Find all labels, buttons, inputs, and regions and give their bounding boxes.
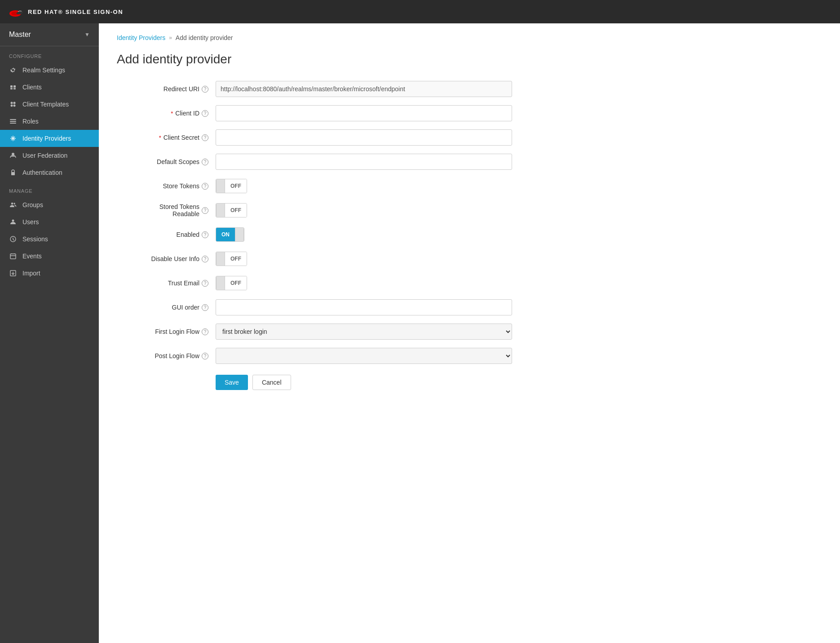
- sidebar-label-client-templates: Client Templates: [22, 101, 69, 108]
- user-federation-icon: [9, 151, 17, 160]
- sidebar-item-clients[interactable]: Clients: [0, 79, 99, 96]
- sidebar-label-events: Events: [22, 253, 42, 260]
- identity-providers-icon: [9, 134, 17, 142]
- sidebar-item-identity-providers[interactable]: Identity Providers: [0, 130, 99, 147]
- enabled-on: ON: [216, 228, 235, 241]
- store-tokens-help-icon[interactable]: ?: [202, 183, 208, 190]
- breadcrumb-parent-link[interactable]: Identity Providers: [117, 34, 165, 41]
- sidebar-item-groups[interactable]: Groups: [0, 196, 99, 213]
- redirect-uri-label: Redirect URI ?: [117, 85, 216, 93]
- redhat-icon: [9, 5, 25, 18]
- sidebar-item-users[interactable]: Users: [0, 213, 99, 231]
- sidebar-label-roles: Roles: [22, 118, 39, 125]
- cancel-button[interactable]: Cancel: [252, 375, 291, 390]
- sidebar-label-clients: Clients: [22, 84, 42, 91]
- store-tokens-off: OFF: [225, 179, 247, 193]
- gui-order-input[interactable]: [216, 299, 512, 315]
- app-title: RED HAT® SINGLE SIGN-ON: [28, 9, 123, 15]
- content-area: Identity Providers » Add identity provid…: [99, 23, 840, 643]
- sidebar-item-events[interactable]: Events: [0, 248, 99, 265]
- enabled-row: Enabled ? ON: [117, 226, 530, 243]
- sidebar-label-authentication: Authentication: [22, 169, 62, 176]
- configure-section-label: Configure: [0, 46, 99, 62]
- client-id-input[interactable]: [216, 105, 512, 121]
- sidebar-item-realm-settings[interactable]: Realm Settings: [0, 62, 99, 79]
- svg-rect-4: [10, 88, 13, 89]
- store-tokens-control: OFF: [216, 179, 512, 193]
- disable-user-info-thumb: [216, 252, 225, 266]
- sidebar-item-roles[interactable]: Roles: [0, 113, 99, 130]
- gui-order-help-icon[interactable]: ?: [202, 304, 208, 311]
- identity-provider-form: Redirect URI ? * Client ID ?: [117, 81, 530, 364]
- store-tokens-toggle[interactable]: OFF: [216, 179, 247, 193]
- redirect-uri-help-icon[interactable]: ?: [202, 86, 208, 93]
- client-id-help-icon[interactable]: ?: [202, 110, 208, 117]
- sidebar-label-groups: Groups: [22, 201, 43, 208]
- stored-tokens-readable-toggle[interactable]: OFF: [216, 203, 247, 217]
- enabled-toggle[interactable]: ON: [216, 227, 244, 242]
- svg-rect-14: [11, 156, 15, 157]
- post-login-flow-help-icon[interactable]: ?: [202, 353, 208, 359]
- svg-point-16: [13, 173, 13, 174]
- realm-selector[interactable]: Master ▼: [0, 23, 99, 46]
- enabled-help-icon[interactable]: ?: [202, 231, 208, 238]
- realm-name: Master: [9, 31, 31, 39]
- default-scopes-label: Default Scopes ?: [117, 158, 216, 165]
- disable-user-info-help-icon[interactable]: ?: [202, 256, 208, 262]
- trust-email-label: Trust Email ?: [117, 279, 216, 287]
- trust-email-off: OFF: [225, 276, 247, 290]
- store-tokens-thumb: [216, 179, 225, 193]
- trust-email-help-icon[interactable]: ?: [202, 280, 208, 287]
- roles-icon: [9, 117, 17, 125]
- sidebar: Master ▼ Configure Realm Settings: [0, 23, 99, 643]
- sidebar-item-sessions[interactable]: Sessions: [0, 231, 99, 248]
- gui-order-row: GUI order ?: [117, 299, 530, 315]
- sidebar-item-authentication[interactable]: Authentication: [0, 164, 99, 181]
- stored-tokens-readable-row: Stored TokensReadable ? OFF: [117, 202, 530, 218]
- disable-user-info-row: Disable User Info ? OFF: [117, 251, 530, 267]
- trust-email-thumb: [216, 276, 225, 290]
- stored-tokens-readable-help-icon[interactable]: ?: [202, 207, 208, 214]
- svg-rect-3: [13, 85, 16, 88]
- sidebar-item-import[interactable]: Import: [0, 265, 99, 282]
- svg-rect-11: [10, 121, 16, 122]
- svg-point-18: [13, 203, 15, 204]
- svg-rect-21: [10, 254, 16, 259]
- default-scopes-help-icon[interactable]: ?: [202, 159, 208, 165]
- first-login-flow-label: First Login Flow ?: [117, 328, 216, 335]
- form-buttons: Save Cancel: [117, 375, 530, 390]
- realm-chevron-icon: ▼: [84, 31, 90, 38]
- post-login-flow-label: Post Login Flow ?: [117, 352, 216, 359]
- save-button[interactable]: Save: [216, 375, 248, 390]
- first-login-flow-help-icon[interactable]: ?: [202, 328, 208, 335]
- groups-icon: [9, 201, 17, 209]
- svg-point-17: [11, 203, 13, 204]
- client-templates-icon: [9, 100, 17, 108]
- redirect-uri-input: [216, 81, 512, 97]
- first-login-flow-control: first broker login browser direct grant …: [216, 324, 512, 340]
- trust-email-toggle[interactable]: OFF: [216, 276, 247, 290]
- client-id-row: * Client ID ?: [117, 105, 530, 121]
- import-icon: [9, 269, 17, 277]
- client-secret-input[interactable]: [216, 129, 512, 146]
- trust-email-row: Trust Email ? OFF: [117, 275, 530, 291]
- client-id-label: * Client ID ?: [117, 110, 216, 117]
- sidebar-label-import: Import: [22, 270, 40, 277]
- svg-point-8: [11, 105, 13, 107]
- client-id-control: [216, 105, 512, 121]
- disable-user-info-off: OFF: [225, 252, 247, 266]
- stored-tokens-readable-thumb: [216, 204, 225, 217]
- stored-tokens-readable-control: OFF: [216, 203, 512, 217]
- default-scopes-input[interactable]: [216, 154, 512, 170]
- sidebar-item-user-federation[interactable]: User Federation: [0, 147, 99, 164]
- gui-order-label: GUI order ?: [117, 304, 216, 311]
- post-login-flow-select[interactable]: browser direct grant: [216, 348, 512, 364]
- first-login-flow-select[interactable]: first broker login browser direct grant …: [216, 324, 512, 340]
- sidebar-item-client-templates[interactable]: Client Templates: [0, 96, 99, 113]
- svg-point-13: [12, 153, 14, 155]
- client-secret-help-icon[interactable]: ?: [202, 134, 208, 141]
- stored-tokens-readable-label: Stored TokensReadable ?: [117, 203, 216, 217]
- svg-rect-12: [10, 123, 16, 124]
- disable-user-info-toggle[interactable]: OFF: [216, 252, 247, 266]
- svg-rect-10: [10, 119, 16, 120]
